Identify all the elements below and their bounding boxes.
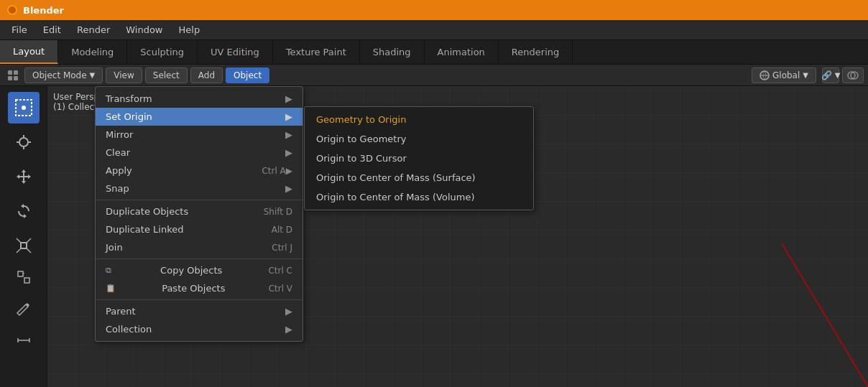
menu-item-mirror[interactable]: Mirror ▶ [96,126,303,144]
arrow-icon-parent: ▶ [285,306,292,317]
menu-item-parent-label: Parent [106,306,136,317]
menu-item-transform-label: Transform [106,93,152,104]
tab-texture-paint[interactable]: Texture Paint [273,40,360,64]
divider-2 [96,258,303,259]
blender-logo-dot [7,5,17,15]
menu-item-dup-linked-label: Duplicate Linked [106,224,183,235]
sidebar-icon-transform[interactable] [8,264,40,290]
link-icon: 🔗 [821,70,832,80]
left-sidebar [0,86,47,387]
overlay-icon [847,70,859,81]
menu-help[interactable]: Help [172,22,208,37]
svg-point-10 [19,138,28,146]
menu-item-join-label: Join [106,242,123,253]
arrow-icon-clear: ▶ [285,147,292,158]
link-btn[interactable]: 🔗 ▼ [822,67,839,83]
divider-1 [96,200,303,200]
menu-item-snap-label: Snap [106,183,129,194]
move-icon [15,168,32,185]
app-title: Blender [23,5,64,16]
view-menu-btn[interactable]: View [106,67,142,83]
submenu-item-origin-to-mass-volume[interactable]: Origin to Center of Mass (Volume) [305,187,533,207]
menu-item-collection[interactable]: Collection ▶ [96,320,303,338]
arrow-icon-snap: ▶ [285,183,292,194]
svg-line-17 [27,238,31,243]
copy-icon: ⧉ [106,266,111,275]
submenu-item-origin-to-mass-surface[interactable]: Origin to Center of Mass (Surface) [305,168,533,187]
sidebar-icon-move[interactable] [8,161,40,192]
tab-shading[interactable]: Shading [360,40,425,64]
svg-line-18 [17,248,21,253]
scale-icon [15,237,32,254]
main-area: User Perspective (1) Collection | Cube T… [0,86,868,387]
menu-item-snap[interactable]: Snap ▶ [96,179,303,197]
menu-render[interactable]: Render [70,22,117,37]
origin-to-3d-cursor-label: Origin to 3D Cursor [316,153,407,164]
menu-window[interactable]: Window [119,22,170,37]
menu-edit[interactable]: Edit [36,22,68,37]
svg-rect-21 [24,278,29,283]
svg-rect-15 [21,243,27,248]
menu-file[interactable]: File [4,22,34,37]
svg-line-19 [27,248,31,253]
duplicate-shortcut: Shift D [264,207,292,217]
object-dropdown-list: Transform ▶ Set Origin ▶ Mirror ▶ Clear … [95,86,303,342]
menu-bar: File Edit Render Window Help [0,20,868,40]
tab-rendering[interactable]: Rendering [499,40,573,64]
sidebar-icon-scale[interactable] [8,230,40,261]
arrow-icon-transform: ▶ [285,93,292,104]
menu-item-paste-objects[interactable]: 📋 Paste Objects Ctrl V [96,279,303,297]
sidebar-icon-annotate[interactable] [8,293,40,325]
menu-item-clear[interactable]: Clear ▶ [96,144,303,162]
header-toolbar: Object Mode ▼ View Select Add Object Glo… [0,65,868,86]
sidebar-icon-rotate[interactable] [8,195,40,227]
object-mode-dropdown[interactable]: Object Mode ▼ [24,67,103,83]
origin-to-geometry-label: Origin to Geometry [316,134,406,144]
menu-item-parent[interactable]: Parent ▶ [96,302,303,320]
arrow-icon-set-origin: ▶ [285,111,292,122]
tab-animation[interactable]: Animation [425,40,499,64]
measure-icon [16,332,32,348]
geometry-to-origin-label: Geometry to Origin [316,114,406,125]
origin-to-mass-volume-label: Origin to Center of Mass (Volume) [316,192,475,202]
divider-3 [96,299,303,300]
tab-layout[interactable]: Layout [0,40,58,64]
paste-shortcut: Ctrl V [269,284,292,294]
workspace-tabs: Layout Modeling Sculpting UV Editing Tex… [0,40,868,65]
menu-item-join[interactable]: Join Ctrl J [96,238,303,256]
submenu-item-origin-to-3d-cursor[interactable]: Origin to 3D Cursor [305,149,533,168]
menu-item-duplicate-objects[interactable]: Duplicate Objects Shift D [96,202,303,220]
chevron-down-icon-link: ▼ [835,71,841,79]
submenu-item-geometry-to-origin[interactable]: Geometry to Origin [305,110,533,129]
set-origin-submenu: Geometry to Origin Origin to Geometry Or… [304,106,534,210]
sidebar-icon-measure[interactable] [8,327,40,353]
viewport-icon [7,70,19,81]
global-dropdown[interactable]: Global ▼ [752,67,816,83]
dup-linked-shortcut: Alt D [272,225,292,235]
menu-item-apply-label: Apply [106,165,132,176]
tab-modeling[interactable]: Modeling [58,40,127,64]
select-menu-btn[interactable]: Select [145,67,188,83]
menu-item-set-origin[interactable]: Set Origin ▶ [96,108,303,126]
add-menu-btn[interactable]: Add [190,67,223,83]
object-menu-btn[interactable]: Object [226,67,269,83]
menu-item-transform[interactable]: Transform ▶ [96,90,303,108]
overlay-btn[interactable] [842,67,864,83]
tab-uv-editing[interactable]: UV Editing [198,40,273,64]
tab-sculpting[interactable]: Sculpting [127,40,198,64]
menu-item-paste-label: Paste Objects [162,283,225,294]
sidebar-icon-cursor[interactable] [8,126,40,158]
submenu-item-origin-to-geometry[interactable]: Origin to Geometry [305,129,533,149]
menu-item-copy-objects[interactable]: ⧉ Copy Objects Ctrl C [96,261,303,279]
menu-item-duplicate-linked[interactable]: Duplicate Linked Alt D [96,220,303,238]
menu-item-mirror-label: Mirror [106,129,133,140]
object-dropdown-menu: Transform ▶ Set Origin ▶ Mirror ▶ Clear … [95,86,303,342]
title-bar: Blender [0,0,868,20]
viewport-mode-icon-btn [4,67,22,83]
menu-item-clear-label: Clear [106,147,130,158]
arrow-icon-collection: ▶ [285,324,292,335]
sidebar-icon-select[interactable] [8,92,40,123]
svg-rect-20 [18,271,23,276]
menu-item-apply[interactable]: Apply Ctrl A▶ [96,162,303,179]
svg-rect-2 [8,76,12,80]
